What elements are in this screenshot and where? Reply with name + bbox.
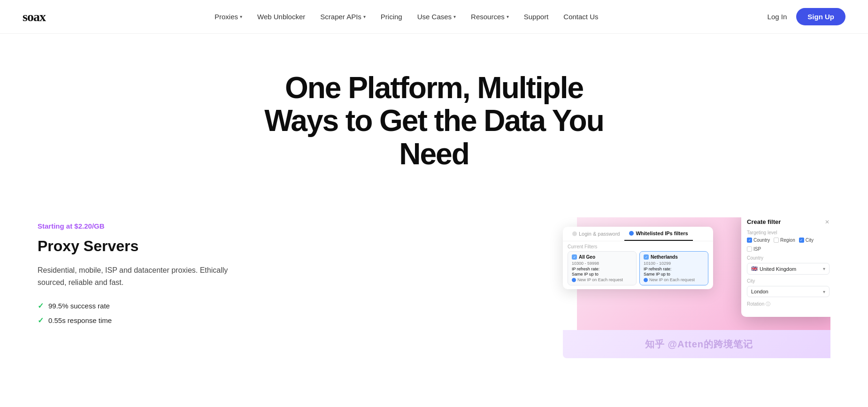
radio-selected[interactable]	[644, 278, 648, 282]
fcard-header: ✓ Netherlands	[644, 254, 704, 260]
radio-new-ip: New IP on Each request	[572, 277, 632, 282]
current-filters-label: Current Filters	[568, 244, 708, 249]
hero-title: One Platform, Multiple Ways to Get the D…	[251, 71, 617, 170]
country-section: Country 🇬🇧 United Kingdom ▾	[747, 255, 830, 275]
check-icon: ✓	[38, 316, 44, 325]
country-label: Country	[747, 255, 830, 261]
create-filter-title: Create filter	[747, 218, 781, 225]
targeting-options: ✓ Country Region ✓ City	[747, 238, 830, 252]
tab-whitelisted-ips[interactable]: Whitelisted IPs filters	[624, 227, 692, 241]
navbar: soax Proxies ▾ Web Unblocker Scraper API…	[0, 0, 868, 34]
rotation-section: Rotation ⓘ	[747, 301, 830, 307]
filter-checkbox[interactable]: ✓	[572, 254, 577, 260]
nav-menu: Proxies ▾ Web Unblocker Scraper APIs ▾ P…	[215, 13, 599, 21]
option-region: Region	[774, 238, 795, 243]
hero-section: One Platform, Multiple Ways to Get the D…	[0, 34, 868, 189]
login-button[interactable]: Log In	[768, 13, 787, 21]
product-info: Starting at $2.20/GB Proxy Servers Resid…	[38, 217, 263, 358]
feature-item-response-time: ✓ 0.55s response time	[38, 316, 263, 325]
chevron-down-icon: ▾	[453, 14, 456, 19]
filter-card-all-geo: ✓ All Geo 10300 - 59998 IP refresh rate:…	[568, 251, 637, 285]
fcard-header: ✓ All Geo	[572, 254, 632, 260]
radio-new-ip-nl: New IP on Each request	[644, 277, 704, 282]
checkbox-country[interactable]: ✓	[747, 238, 752, 243]
dashboard-tabs: Login & password Whitelisted IPs filters	[563, 227, 713, 241]
checkbox-region[interactable]	[774, 238, 779, 243]
filter-card-netherlands: ✓ Netherlands 10100 - 10299 IP refresh r…	[639, 251, 708, 285]
lock-icon	[572, 231, 577, 236]
filter-section: Current Filters ✓ All Geo 10300 - 59998 …	[563, 241, 713, 289]
close-icon[interactable]: ✕	[825, 219, 830, 225]
nav-item-support[interactable]: Support	[524, 13, 549, 21]
chevron-down-icon: ▾	[823, 266, 825, 271]
option-country: ✓ Country	[747, 238, 770, 243]
starting-price: Starting at $2.20/GB	[38, 222, 263, 230]
option-city: ✓ City	[799, 238, 814, 243]
nav-item-web-unblocker[interactable]: Web Unblocker	[257, 13, 305, 21]
navbar-actions: Log In Sign Up	[768, 8, 845, 25]
nav-item-contact-us[interactable]: Contact Us	[563, 13, 598, 21]
filter-cards-row: ✓ All Geo 10300 - 59998 IP refresh rate:…	[568, 251, 708, 285]
product-title: Proxy Servers	[38, 238, 263, 255]
flag-icon: 🇬🇧	[751, 266, 758, 272]
product-description: Residential, mobile, ISP and datacenter …	[38, 264, 235, 288]
chevron-down-icon: ▾	[363, 14, 366, 19]
brand-logo[interactable]: soax	[23, 9, 46, 24]
chevron-down-icon: ▾	[240, 14, 242, 19]
nav-item-proxies[interactable]: Proxies ▾	[215, 13, 242, 21]
tab-login-password[interactable]: Login & password	[568, 227, 624, 240]
country-dropdown[interactable]: 🇬🇧 United Kingdom ▾	[747, 263, 830, 275]
visual-container: Login & password Whitelisted IPs filters…	[549, 217, 830, 358]
chevron-down-icon: ▾	[507, 14, 509, 19]
watermark-overlay: 知乎 @Atten的跨境笔记	[563, 330, 830, 358]
nav-item-pricing[interactable]: Pricing	[381, 13, 402, 21]
city-label: City	[747, 278, 830, 284]
rotation-label: Rotation ⓘ	[747, 301, 830, 307]
checkbox-isp[interactable]	[747, 246, 752, 252]
targeting-level-section: Targeting level ✓ Country Region ✓ City	[747, 230, 830, 252]
feature-item-success-rate: ✓ 99.5% success rate	[38, 301, 263, 310]
city-section: City London ▾	[747, 278, 830, 297]
chevron-down-icon: ▾	[823, 289, 825, 294]
filter-checkbox[interactable]: ✓	[644, 254, 649, 260]
create-filter-card: Create filter ✕ Targeting level ✓ Countr…	[741, 217, 830, 317]
nav-item-resources[interactable]: Resources ▾	[471, 13, 509, 21]
check-icon: ✓	[38, 301, 44, 310]
option-isp: ISP	[747, 246, 761, 252]
checkbox-city[interactable]: ✓	[799, 238, 804, 243]
main-dashboard-card: Login & password Whitelisted IPs filters…	[563, 227, 713, 289]
filter-icon	[629, 231, 634, 236]
create-filter-header: Create filter ✕	[747, 218, 830, 225]
signup-button[interactable]: Sign Up	[796, 8, 845, 25]
feature-list: ✓ 99.5% success rate ✓ 0.55s response ti…	[38, 301, 263, 325]
targeting-level-label: Targeting level	[747, 230, 830, 235]
content-section: Starting at $2.20/GB Proxy Servers Resid…	[0, 189, 868, 358]
radio-selected[interactable]	[572, 278, 576, 282]
nav-item-scraper-apis[interactable]: Scraper APIs ▾	[320, 13, 366, 21]
dashboard-visual: Login & password Whitelisted IPs filters…	[263, 217, 830, 358]
nav-item-use-cases[interactable]: Use Cases ▾	[417, 13, 456, 21]
city-dropdown[interactable]: London ▾	[747, 286, 830, 297]
